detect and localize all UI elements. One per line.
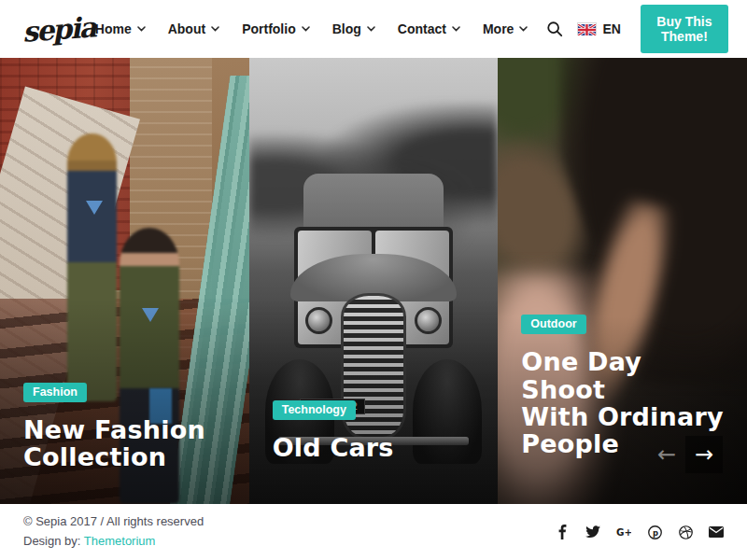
slide-title-line: Old Cars xyxy=(273,434,482,461)
facebook-icon[interactable] xyxy=(555,525,570,539)
category-badge[interactable]: Technology xyxy=(273,400,356,420)
slide-fashion[interactable]: Fashion New Fashion Collection xyxy=(0,58,249,504)
copyright-text: © Sepia 2017 / All rights reserved xyxy=(23,512,204,532)
page: sepia Home About Portfolio Blog Contact xyxy=(0,0,747,560)
slide-title-line: New Fashion xyxy=(23,416,233,443)
nav-label: Portfolio xyxy=(242,21,296,36)
google-plus-icon[interactable]: G+ xyxy=(616,525,631,539)
nav-item-about[interactable]: About xyxy=(168,21,219,36)
footer-text: © Sepia 2017 / All rights reserved Desig… xyxy=(23,512,204,552)
slide-content: Fashion New Fashion Collection xyxy=(23,383,233,470)
slide-title[interactable]: New Fashion Collection xyxy=(23,416,233,470)
slider-prev-button[interactable]: ← xyxy=(648,436,685,473)
photo-triangle-print xyxy=(86,201,103,215)
dribbble-icon[interactable] xyxy=(678,525,693,539)
nav-label: About xyxy=(168,21,205,36)
buy-theme-button[interactable]: Buy This Theme! xyxy=(641,5,728,53)
main-nav: Home About Portfolio Blog Contact More xyxy=(95,21,529,36)
design-credit-link[interactable]: Themetorium xyxy=(84,534,156,548)
nav-item-blog[interactable]: Blog xyxy=(332,21,375,36)
nav-label: Contact xyxy=(398,21,446,36)
nav-item-more[interactable]: More xyxy=(483,21,528,36)
slide-title-line: One Day Shoot xyxy=(521,348,730,402)
slide-outdoor[interactable]: Outdoor One Day Shoot With Ordinary Peop… xyxy=(498,58,747,504)
category-badge[interactable]: Fashion xyxy=(23,383,87,402)
chevron-down-icon xyxy=(367,26,375,32)
slider-next-button[interactable]: → xyxy=(685,436,723,473)
svg-text:G+: G+ xyxy=(616,526,631,538)
slide-content: Technology Old Cars xyxy=(273,400,482,461)
chevron-down-icon xyxy=(452,26,460,32)
chevron-down-icon xyxy=(519,26,528,32)
hero-slider: Fashion New Fashion Collection SH 71 xyxy=(0,58,747,504)
site-logo[interactable]: sepia xyxy=(21,10,96,48)
header-actions: EN Buy This Theme! xyxy=(546,5,728,53)
slide-title[interactable]: Old Cars xyxy=(273,434,482,461)
twitter-icon[interactable] xyxy=(585,525,600,539)
site-footer: © Sepia 2017 / All rights reserved Desig… xyxy=(0,504,747,560)
social-links: G+ p xyxy=(555,525,724,539)
nav-item-contact[interactable]: Contact xyxy=(398,21,460,36)
category-badge[interactable]: Outdoor xyxy=(521,315,585,334)
uk-flag-icon xyxy=(577,22,597,35)
nav-item-portfolio[interactable]: Portfolio xyxy=(242,21,310,36)
language-switcher[interactable]: EN xyxy=(577,21,620,36)
slide-old-cars[interactable]: SH 71 02 Technology Old Cars xyxy=(249,58,499,504)
svg-text:p: p xyxy=(652,527,657,537)
language-label: EN xyxy=(602,21,620,36)
search-icon[interactable] xyxy=(546,20,563,38)
site-header: sepia Home About Portfolio Blog Contact xyxy=(0,0,747,58)
slider-navigation: ← → xyxy=(648,436,723,473)
slide-title-line: Collection xyxy=(23,443,233,470)
chevron-down-icon xyxy=(302,26,310,32)
nav-label: Blog xyxy=(332,21,361,36)
chevron-down-icon xyxy=(137,26,146,32)
chevron-down-icon xyxy=(211,26,219,32)
design-credit: Design by: Themetorium xyxy=(23,532,204,552)
nav-label: More xyxy=(483,21,514,36)
slide-title-line: With Ordinary xyxy=(521,403,730,430)
email-icon[interactable] xyxy=(709,525,724,539)
nav-label: Home xyxy=(95,21,132,36)
nav-item-home[interactable]: Home xyxy=(95,21,146,36)
pinterest-icon[interactable]: p xyxy=(647,525,662,539)
